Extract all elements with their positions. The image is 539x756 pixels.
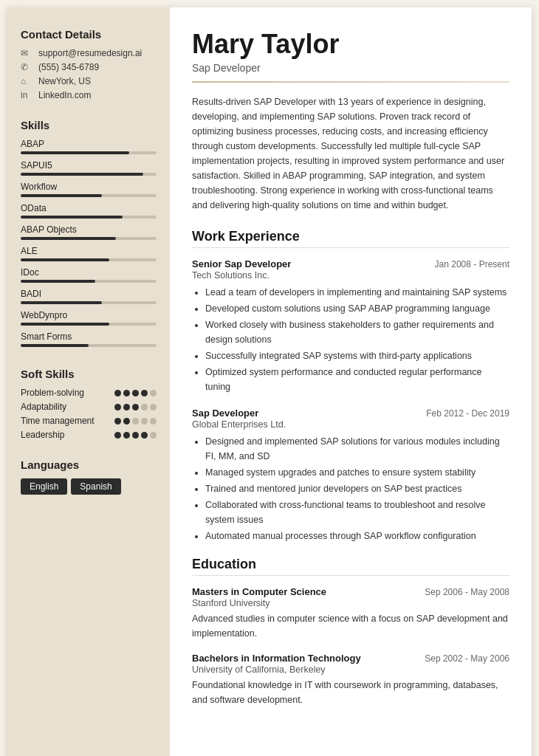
skill-bar-bg bbox=[21, 151, 157, 154]
skill-bar-fill bbox=[21, 173, 143, 176]
dot-filled bbox=[123, 432, 130, 439]
edu-header: Masters in Computer Science Sep 2006 - M… bbox=[192, 586, 509, 597]
job-block: Sap Developer Feb 2012 - Dec 2019 Global… bbox=[192, 408, 509, 543]
job-bullet: Collaborated with cross-functional teams… bbox=[205, 498, 509, 527]
skill-item: Smart Forms bbox=[21, 331, 157, 347]
job-bullet: Developed custom solutions using SAP ABA… bbox=[205, 301, 509, 316]
skill-bar-fill bbox=[21, 280, 95, 283]
skill-bar-fill bbox=[21, 301, 102, 304]
job-bullet: Designed and implemented SAP solutions f… bbox=[205, 434, 509, 464]
language-tag: Spanish bbox=[71, 478, 120, 495]
resume-container: Contact Details ✉ support@resumedesign.a… bbox=[7, 7, 532, 756]
languages-list: EnglishSpanish bbox=[21, 478, 157, 495]
job-title: Senior Sap Developer bbox=[192, 258, 291, 269]
soft-skills-section: Soft Skills Problem-solvingAdaptabilityT… bbox=[21, 368, 157, 444]
skill-item: IDoc bbox=[21, 267, 157, 283]
dot-filled bbox=[123, 390, 130, 396]
skill-bar-fill bbox=[21, 344, 89, 347]
skill-item: ABAP Objects bbox=[21, 224, 157, 240]
dot-filled bbox=[132, 404, 139, 410]
soft-skill-name: Problem-solving bbox=[21, 388, 84, 398]
job-header: Senior Sap Developer Jan 2008 - Present bbox=[192, 258, 509, 269]
dot-filled bbox=[141, 432, 148, 439]
dot-filled bbox=[132, 432, 139, 439]
edu-date: Sep 2006 - May 2008 bbox=[425, 587, 509, 597]
skill-bar-fill bbox=[21, 237, 116, 240]
edu-school: University of California, Berkeley bbox=[192, 664, 509, 675]
summary-text: Results-driven SAP Developer with 13 yea… bbox=[192, 94, 509, 213]
contact-text: support@resumedesign.ai bbox=[38, 48, 142, 58]
contact-item: ⌂ NewYork, US bbox=[21, 76, 157, 86]
dots bbox=[114, 404, 157, 410]
job-title: Sap Developer bbox=[192, 408, 258, 419]
main-content: Mary Taylor Sap Developer Results-driven… bbox=[170, 7, 532, 756]
skill-item: BADI bbox=[21, 289, 157, 304]
skill-name: WebDynpro bbox=[21, 310, 157, 320]
dot-empty bbox=[150, 432, 157, 439]
skill-bar-bg bbox=[21, 323, 157, 326]
soft-skill-name: Time management bbox=[21, 416, 95, 426]
edu-degree: Masters in Computer Science bbox=[192, 586, 326, 597]
contact-icon: in bbox=[21, 90, 32, 100]
edu-date: Sep 2002 - May 2006 bbox=[425, 653, 509, 664]
dot-filled bbox=[114, 432, 121, 439]
soft-skill-name: Adaptability bbox=[21, 402, 66, 412]
job-company: Global Enterprises Ltd. bbox=[192, 419, 509, 430]
dot-empty bbox=[141, 418, 148, 425]
job-header: Sap Developer Feb 2012 - Dec 2019 bbox=[192, 408, 509, 419]
skill-name: Workflow bbox=[21, 182, 157, 192]
job-bullets: Designed and implemented SAP solutions f… bbox=[192, 434, 509, 543]
contact-list: ✉ support@resumedesign.ai✆ (555) 345-678… bbox=[21, 48, 157, 100]
dot-filled bbox=[132, 390, 139, 396]
soft-skill-item: Time management bbox=[21, 416, 157, 426]
job-bullet: Optimized system performance and conduct… bbox=[205, 365, 509, 394]
dot-filled bbox=[123, 404, 130, 410]
dots bbox=[114, 418, 157, 425]
skill-bar-fill bbox=[21, 194, 102, 197]
skill-bar-bg bbox=[21, 301, 157, 304]
skill-bar-fill bbox=[21, 258, 109, 261]
contact-text: (555) 345-6789 bbox=[38, 62, 99, 72]
job-bullet: Lead a team of developers in implementin… bbox=[205, 285, 509, 300]
skill-name: IDoc bbox=[21, 267, 157, 278]
language-tag: English bbox=[21, 478, 67, 495]
dot-empty bbox=[150, 418, 157, 425]
work-experience-section: Work Experience Senior Sap Developer Jan… bbox=[192, 229, 509, 543]
skill-name: SAPUI5 bbox=[21, 160, 157, 171]
skill-bar-bg bbox=[21, 344, 157, 347]
job-bullet: Automated manual processes through SAP w… bbox=[205, 529, 509, 543]
contact-icon: ⌂ bbox=[21, 76, 32, 86]
skill-bar-bg bbox=[21, 237, 157, 240]
contact-text: NewYork, US bbox=[38, 76, 91, 86]
jobs-list: Senior Sap Developer Jan 2008 - Present … bbox=[192, 258, 509, 543]
job-date: Feb 2012 - Dec 2019 bbox=[426, 408, 509, 419]
job-block: Senior Sap Developer Jan 2008 - Present … bbox=[192, 258, 509, 394]
skill-bar-bg bbox=[21, 258, 157, 261]
soft-skill-item: Problem-solving bbox=[21, 388, 157, 398]
skill-item: OData bbox=[21, 203, 157, 219]
job-bullet: Managed system upgrades and patches to e… bbox=[205, 465, 509, 480]
dots bbox=[114, 390, 157, 396]
work-experience-heading: Work Experience bbox=[192, 229, 509, 248]
contact-section: Contact Details ✉ support@resumedesign.a… bbox=[21, 28, 157, 104]
contact-item: ✉ support@resumedesign.ai bbox=[21, 48, 157, 58]
contact-icon: ✉ bbox=[21, 48, 32, 58]
skill-name: ALE bbox=[21, 246, 157, 256]
skill-bar-bg bbox=[21, 280, 157, 283]
edu-block: Masters in Computer Science Sep 2006 - M… bbox=[192, 586, 509, 641]
skill-name: ABAP bbox=[21, 139, 157, 149]
resume-job-title: Sap Developer bbox=[192, 62, 509, 74]
dot-filled bbox=[114, 418, 121, 425]
dot-empty bbox=[132, 418, 139, 425]
edu-desc: Foundational knowledge in IT with course… bbox=[192, 678, 509, 707]
edu-school: Stanford University bbox=[192, 598, 509, 608]
skills-list: ABAP SAPUI5 Workflow OData ABAP Objects … bbox=[21, 139, 157, 347]
skill-name: ABAP Objects bbox=[21, 224, 157, 235]
education-list: Masters in Computer Science Sep 2006 - M… bbox=[192, 586, 509, 707]
job-company: Tech Solutions Inc. bbox=[192, 270, 509, 281]
skills-title: Skills bbox=[21, 119, 157, 131]
dot-filled bbox=[114, 404, 121, 410]
header-divider bbox=[192, 81, 509, 83]
job-bullet: Worked closely with business stakeholder… bbox=[205, 317, 509, 347]
dot-empty bbox=[141, 404, 148, 410]
